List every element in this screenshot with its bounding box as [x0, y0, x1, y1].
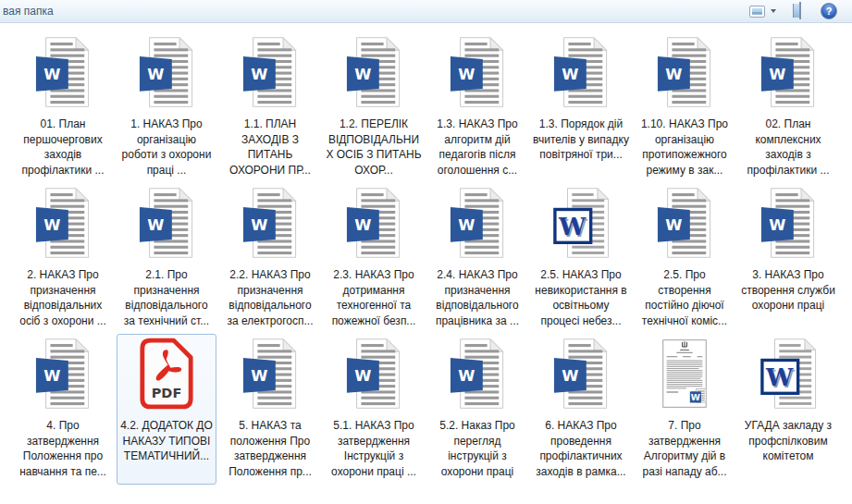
- word-legacy-document-icon: [552, 186, 610, 265]
- file-item[interactable]: 2.5. НАКАЗ Про невикористання в освітньо…: [531, 183, 631, 334]
- word-document-icon: [656, 35, 713, 115]
- file-name: 1. НАКАЗ Про організацію роботи з охорон…: [118, 117, 215, 178]
- file-name: 1.3. НАКАЗ Про алгоритм дій педагогів пі…: [429, 117, 525, 178]
- file-item[interactable]: 6. НАКАЗ Про проведення профілактичних з…: [531, 334, 631, 485]
- preview-pane-icon: [799, 2, 801, 19]
- word-document-icon: [345, 186, 402, 265]
- file-item[interactable]: 4. Про затвердження Положення про навчан…: [13, 334, 113, 485]
- word-legacy-document-icon: [759, 337, 817, 416]
- toolbar: вая папка ?: [0, 0, 852, 23]
- help-button[interactable]: ?: [821, 3, 837, 19]
- word-document-icon: [759, 186, 817, 265]
- file-name: 2.3. НАКАЗ Про дотримання техногенної та…: [326, 267, 422, 328]
- file-item[interactable]: 1.3. Порядок дій вчителів у випадку пові…: [531, 32, 631, 183]
- dropdown-caret-icon: [771, 9, 776, 13]
- file-name: 5.2. Наказ Про перегляд інструкцій з охо…: [429, 418, 525, 479]
- help-icon: ?: [826, 6, 833, 17]
- file-item[interactable]: 1.10. НАКАЗ Про організацію протипожежно…: [635, 32, 735, 183]
- file-name: 2.5. НАКАЗ Про невикористання в освітньо…: [533, 267, 629, 328]
- file-item[interactable]: 7. Про затвердження Алгоритму дій в разі…: [635, 334, 735, 485]
- file-name: 2.5. Про створення постійно діючої техні…: [636, 267, 733, 328]
- file-item[interactable]: 2.3. НАКАЗ Про дотримання техногенної та…: [324, 183, 424, 334]
- file-name: 2. НАКАЗ Про призначення відповідальних …: [15, 267, 111, 328]
- file-name: 5.1. НАКАЗ Про затвердження Інструкцій з…: [326, 418, 422, 479]
- file-item[interactable]: 2. НАКАЗ Про призначення відповідальних …: [13, 183, 113, 334]
- file-item[interactable]: 1.3. НАКАЗ Про алгоритм дій педагогів пі…: [427, 32, 527, 183]
- file-item[interactable]: 2.1. Про призначення відповідального за …: [117, 183, 216, 334]
- file-item[interactable]: 5. НАКАЗ та положення Про затвердження П…: [220, 334, 320, 485]
- word-document-icon: [138, 186, 195, 265]
- word-document-icon: [552, 337, 610, 416]
- change-view-icon: [749, 6, 765, 18]
- file-item[interactable]: 5.1. НАКАЗ Про затвердження Інструкцій з…: [324, 334, 424, 485]
- file-name: УГАДА закладу з профспілковим комітетом: [740, 418, 836, 464]
- word-document-icon: [34, 186, 92, 265]
- file-item-selected[interactable]: 4.2. ДОДАТОК ДО НАКАЗУ ТИПОВІ ТЕМАТИЧНИЙ…: [117, 334, 216, 485]
- toolbar-right-group: ?: [746, 0, 852, 22]
- word-document-icon: [34, 35, 92, 115]
- word-document-icon: [449, 186, 506, 265]
- file-name: 3. НАКАЗ Про створення служби охорони пр…: [740, 267, 836, 313]
- pdf-document-icon: [138, 337, 195, 416]
- file-item[interactable]: 02. План комплексних заходів з профілакт…: [738, 32, 838, 183]
- file-grid: 01. План першочергових заходів профілакт…: [0, 23, 852, 485]
- file-item[interactable]: 2.2. НАКАЗ Про призначення відповідально…: [220, 183, 320, 334]
- file-item[interactable]: 2.4. НАКАЗ Про призначення відповідально…: [427, 183, 527, 334]
- file-name: 2.2. НАКАЗ Про призначення відповідально…: [222, 267, 318, 328]
- file-name: 7. Про затвердження Алгоритму дій в разі…: [636, 418, 733, 479]
- file-item[interactable]: УГАДА закладу з профспілковим комітетом: [738, 334, 838, 485]
- file-name: 01. План першочергових заходів профілакт…: [15, 117, 111, 178]
- preview-pane-button[interactable]: [796, 0, 804, 22]
- word-document-icon: [138, 35, 195, 115]
- file-name: 1.2. ПЕРЕЛІК ВІДПОВІДАЛЬНИХ ОСІБ З ПИТАН…: [326, 117, 422, 178]
- file-name: 5. НАКАЗ та положення Про затвердження П…: [222, 418, 318, 479]
- file-item[interactable]: 01. План першочергових заходів профілакт…: [13, 32, 113, 183]
- file-name: 1.3. Порядок дій вчителів у випадку пові…: [533, 117, 629, 163]
- file-item[interactable]: 3. НАКАЗ Про створення служби охорони пр…: [738, 183, 838, 334]
- document-thumbnail-icon: [656, 337, 713, 416]
- word-document-icon: [449, 337, 506, 416]
- word-document-icon: [241, 337, 299, 416]
- word-document-icon: [759, 35, 817, 115]
- word-document-icon: [34, 337, 92, 416]
- file-name: 1.1. ПЛАН ЗАХОДІВ З ПИТАНЬ ОХОРОНИ ПР...: [222, 117, 318, 178]
- file-item[interactable]: 1.1. ПЛАН ЗАХОДІВ З ПИТАНЬ ОХОРОНИ ПР...: [220, 32, 320, 183]
- word-document-icon: [345, 337, 402, 416]
- file-name: 1.10. НАКАЗ Про організацію протипожежно…: [636, 117, 733, 178]
- file-name: 6. НАКАЗ Про проведення профілактичних з…: [533, 418, 629, 479]
- new-folder-button[interactable]: вая папка: [0, 5, 54, 18]
- file-name: 2.4. НАКАЗ Про призначення відповідально…: [429, 267, 525, 328]
- word-document-icon: [241, 186, 299, 265]
- word-document-icon: [656, 186, 713, 265]
- change-view-button[interactable]: [746, 3, 780, 20]
- file-name: 4. Про затвердження Положення про навчан…: [15, 418, 111, 479]
- file-item[interactable]: 1.2. ПЕРЕЛІК ВІДПОВІДАЛЬНИХ ОСІБ З ПИТАН…: [324, 32, 424, 183]
- file-name: 4.2. ДОДАТОК ДО НАКАЗУ ТИПОВІ ТЕМАТИЧНИЙ…: [118, 418, 215, 464]
- word-document-icon: [449, 35, 506, 115]
- file-name: 2.1. Про призначення відповідального за …: [118, 267, 215, 328]
- file-item[interactable]: 2.5. Про створення постійно діючої техні…: [635, 183, 735, 334]
- word-document-icon: [345, 35, 402, 115]
- file-name: 02. План комплексних заходів з профілакт…: [740, 117, 836, 178]
- file-item[interactable]: 5.2. Наказ Про перегляд інструкцій з охо…: [427, 334, 527, 485]
- file-item[interactable]: 1. НАКАЗ Про організацію роботи з охорон…: [117, 32, 216, 183]
- word-document-icon: [241, 35, 299, 115]
- word-document-icon: [552, 35, 610, 115]
